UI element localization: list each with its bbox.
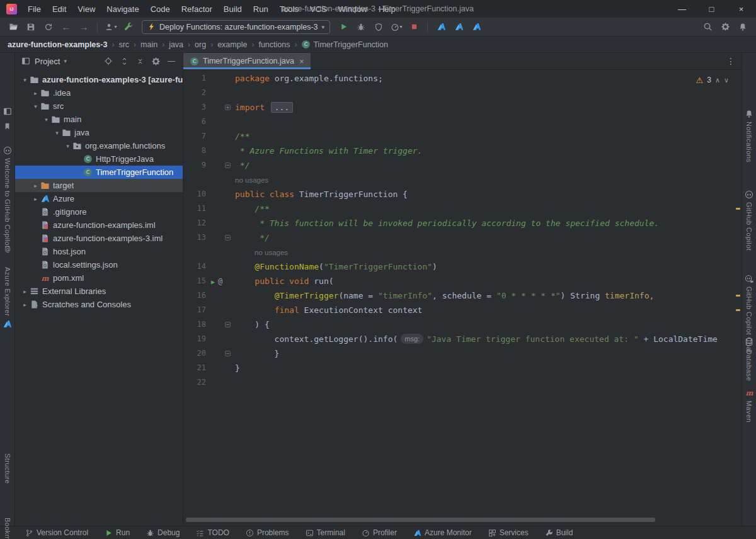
tree-item-org-example-functions[interactable]: ▾org.example.functions [15,139,183,152]
menu-edit[interactable]: Edit [47,0,72,18]
toolstrip-structure[interactable]: Structure [0,453,14,484]
back-icon[interactable]: ← [58,20,74,35]
forward-icon[interactable]: → [76,20,92,35]
toolwindow-button-services[interactable]: Services [488,528,529,537]
breadcrumb-item-org[interactable]: org [193,40,207,49]
menu-refactor[interactable]: Refactor [176,0,218,18]
code-line-7[interactable]: 7/** [183,129,742,144]
tree-item-java[interactable]: ▾java [15,126,183,139]
menu-navigate[interactable]: Navigate [101,0,144,18]
fold-marker-icon[interactable]: − [225,351,231,356]
menu-build[interactable]: Build [218,0,248,18]
search-everywhere-icon[interactable] [699,20,716,35]
tree-item-external-libraries[interactable]: ▸External Libraries [15,285,183,298]
run-gutter-icon[interactable]: ▶ [211,278,215,285]
notifications-bell-icon[interactable] [735,20,751,35]
toolstrip-bookmark[interactable] [0,122,14,130]
close-button[interactable]: × [726,0,756,18]
breadcrumb-item-main[interactable]: main [139,40,159,49]
chevron-down-icon[interactable]: ▾ [52,130,62,136]
horizontal-scrollbar[interactable] [186,518,731,522]
chevron-right-icon[interactable]: ▸ [31,183,40,189]
stop-button[interactable] [406,20,422,35]
maximize-button[interactable]: □ [697,0,726,18]
tree-item-scratches-and-consoles[interactable]: ▸Scratches and Consoles [15,298,183,311]
toolwindow-button-profiler[interactable]: Profiler [362,528,397,537]
breadcrumb-item-timertriggerfunction[interactable]: CTimerTriggerFunction [300,40,389,49]
panel-settings-icon[interactable] [149,55,162,67]
code-line-6[interactable]: 6 [183,115,742,129]
chevron-down-icon[interactable]: ▾ [31,103,40,110]
code-line-15[interactable]: 15▶@ public void run( [183,274,742,288]
fold-marker-icon[interactable]: − [225,235,231,241]
toolstrip-notifications[interactable]: Notifications [742,110,756,162]
code-line-14[interactable]: 14 @FunctionName("TimerTriggerFunction") [183,259,742,274]
inlay-hint-row[interactable]: no usages [183,245,742,259]
expand-all-button[interactable] [118,55,130,67]
azure-tools-icon[interactable] [120,20,137,35]
save-all-icon[interactable] [23,20,39,35]
chevron-right-icon[interactable]: ▸ [31,90,40,96]
inspection-widget[interactable]: ⚠ 3 ∧ ∨ [696,73,729,88]
chevron-right-icon[interactable]: ▸ [31,196,40,202]
collapse-all-button[interactable] [134,55,146,67]
azure-account-icon[interactable] [468,20,484,35]
open-icon[interactable] [5,20,21,35]
close-tab-icon[interactable]: × [299,57,304,66]
menu-run[interactable]: Run [248,0,274,18]
minimize-button[interactable]: — [667,0,697,18]
tab-timertriggerfunction-java[interactable]: C TimerTriggerFunction.java × [183,53,311,69]
tree-item-main[interactable]: ▾main [15,113,183,126]
toolwindow-button-azure-monitor[interactable]: Azure Monitor [413,528,472,537]
azure-publish-icon[interactable] [433,20,449,35]
tree-item-azure[interactable]: ▸Azure [15,192,183,205]
code-line-3[interactable]: 3+import ... [183,100,742,115]
code-line-10[interactable]: 10public class TimerTriggerFunction { [183,187,742,201]
settings-gear-icon[interactable] [717,20,733,35]
breadcrumb-item-example[interactable]: example [216,40,248,49]
tree-item-azure-function-examples-iml[interactable]: azure-function-examples.iml [15,218,183,232]
code-line-19[interactable]: 19 context.getLogger().info(msg:"Java Ti… [183,332,742,346]
select-opened-file-button[interactable] [102,55,115,67]
code-line-1[interactable]: 1package org.example.functions; [183,71,742,86]
code-line-12[interactable]: 12 * This function will be invoked perio… [183,216,742,230]
toolstrip-github-copilot[interactable]: GitHub Copilot [742,190,756,251]
hide-panel-button[interactable]: — [165,55,178,67]
editor[interactable]: 1package org.example.functions;23+import… [183,70,742,526]
sync-icon[interactable] [40,20,57,35]
breadcrumb-item-functions[interactable]: functions [257,40,291,49]
code-line-2[interactable]: 2 [183,86,742,100]
toolwindow-button-version-control[interactable]: Version Control [25,528,88,537]
warning-stripe-mark[interactable] [736,208,740,210]
code-line-20[interactable]: 20− } [183,346,742,361]
code-line-18[interactable]: 18− ) { [183,317,742,332]
project-view-dropdown-icon[interactable]: ▾ [64,58,67,64]
chevron-right-icon[interactable]: ▸ [20,288,30,295]
tree-item-azure-function-examples-3-iml[interactable]: azure-function-examples-3.iml [15,232,183,245]
chevron-down-icon[interactable]: ▾ [63,143,72,149]
warning-stripe-mark[interactable] [736,309,740,311]
run-button[interactable] [335,20,352,35]
tree-item-local-settings-json[interactable]: local.settings.json [15,258,183,271]
chevron-down-icon[interactable]: ▾ [42,116,51,123]
menu-file[interactable]: File [22,0,47,18]
toolstrip-database[interactable]: Database [742,338,756,381]
fold-marker-icon[interactable]: − [225,162,231,168]
editor-scroll-stripe[interactable] [734,70,742,526]
menu-code[interactable]: Code [145,0,176,18]
profiler-button[interactable]: ▾ [388,20,404,35]
coverage-button[interactable] [370,20,387,35]
tree-item-host-json[interactable]: host.json [15,245,183,258]
debug-button[interactable] [353,20,369,35]
toolstrip-azure-explorer[interactable]: Azure Explorer [0,267,14,329]
toolwindow-button-build[interactable]: Build [545,528,573,537]
tree-item-httptriggerjava[interactable]: CHttpTriggerJava [15,152,183,166]
toolwindow-button-problems[interactable]: Problems [246,528,289,537]
breadcrumb-item-azure-function-examples-3[interactable]: azure-function-examples-3 [6,40,108,49]
breadcrumb-item-java[interactable]: java [168,40,185,49]
chevron-right-icon[interactable]: ▸ [20,302,30,308]
code-line-21[interactable]: 21} [183,361,742,375]
toolstrip-maven[interactable]: mMaven [742,388,756,423]
next-problem-icon[interactable]: ∨ [724,73,729,88]
warning-stripe-mark[interactable] [736,295,740,297]
